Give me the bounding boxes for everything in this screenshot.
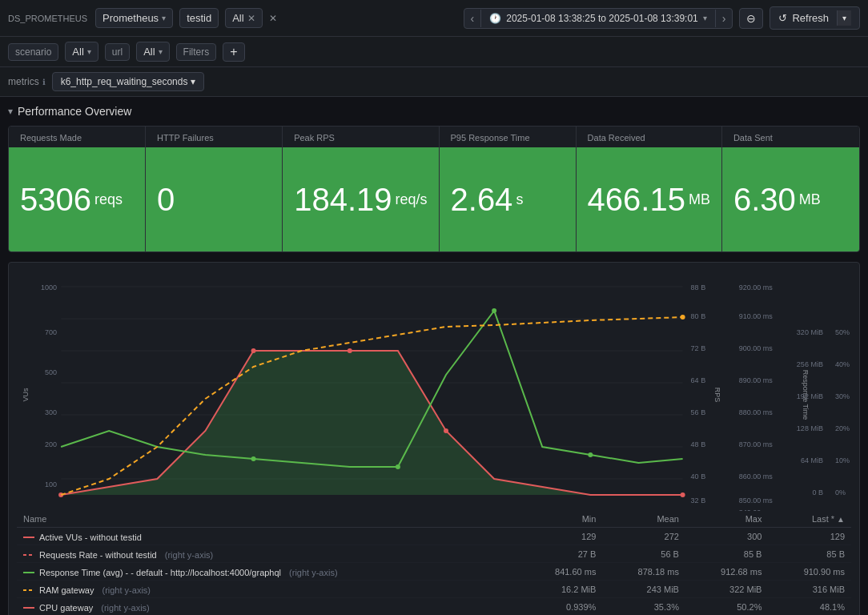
- add-filter-button[interactable]: +: [223, 42, 244, 62]
- time-next-button[interactable]: ›: [716, 9, 733, 28]
- series-name: Active VUs - without testid: [39, 533, 142, 542]
- col-last-header[interactable]: Last * ▲: [768, 511, 851, 528]
- refresh-button[interactable]: ↺ Refresh ▾: [770, 6, 860, 30]
- scenario-caret-icon: ▾: [87, 47, 91, 56]
- stat-unit: MB: [689, 191, 710, 208]
- series-max: 85 B: [685, 545, 769, 563]
- svg-text:88 B: 88 B: [691, 283, 706, 291]
- stat-card-label: P95 Response Time: [451, 133, 565, 143]
- series-last: 910.90 ms: [768, 563, 851, 581]
- svg-point-48: [251, 348, 256, 353]
- stat-card-body: 184.19 req/s: [283, 147, 438, 251]
- series-min: 129: [520, 528, 603, 545]
- refresh-icon: ↺: [778, 12, 787, 24]
- col-name-header: Name: [17, 511, 520, 528]
- stat-card-body: 5306 reqs: [9, 147, 145, 251]
- all-tag-close-icon[interactable]: ✕: [247, 13, 255, 24]
- svg-text:56 B: 56 B: [691, 408, 706, 416]
- col-mean-header: Mean: [602, 511, 685, 528]
- series-color-indicator: [23, 537, 34, 538]
- stat-card-body: 0: [146, 147, 282, 251]
- svg-text:850.00 ms: 850.00 ms: [739, 496, 774, 504]
- stat-card: Data Sent 6.30 MB: [722, 127, 859, 251]
- series-name: Requests Rate - without testid: [39, 550, 157, 560]
- stat-card: P95 Response Time 2.64 s: [440, 127, 577, 251]
- time-nav: ‹ 🕐 2025-01-08 13:38:25 to 2025-01-08 13…: [464, 8, 733, 29]
- series-name-cell: CPU gateway (right y-axis): [17, 598, 520, 616]
- series-mean: 878.18 ms: [602, 563, 685, 581]
- series-mean: 243 MiB: [602, 581, 685, 598]
- stat-card-body: 6.30 MB: [722, 147, 859, 251]
- series-last: 48.1%: [768, 598, 851, 616]
- refresh-caret-icon[interactable]: ▾: [837, 10, 851, 26]
- svg-text:300: 300: [45, 408, 57, 416]
- top-bar: DS_PROMETHEUS Prometheus ▾ testid All ✕ …: [0, 0, 868, 37]
- stat-card: Peak RPS 184.19 req/s: [283, 127, 439, 251]
- svg-text:890.00 ms: 890.00 ms: [739, 376, 774, 384]
- stat-cards: Requests Made 5306 reqs HTTP Failures 0 …: [8, 126, 860, 252]
- series-last: 316 MiB: [768, 581, 851, 598]
- all-tag: All ✕: [225, 8, 262, 28]
- series-name-cell: Response Time (avg) - - default - http:/…: [17, 563, 520, 581]
- time-display: 🕐 2025-01-08 13:38:25 to 2025-01-08 13:3…: [480, 10, 716, 27]
- sort-icon: ▲: [837, 515, 845, 524]
- svg-point-54: [492, 308, 496, 313]
- metrics-bar: metrics ℹ k6_http_req_waiting_seconds ▾: [0, 67, 868, 97]
- svg-text:30%: 30%: [835, 392, 850, 400]
- metrics-info-icon: ℹ: [42, 78, 46, 86]
- svg-text:48 B: 48 B: [691, 440, 706, 448]
- stat-unit: reqs: [94, 191, 123, 208]
- stat-card: Data Received 466.15 MB: [577, 127, 722, 251]
- extra-close-icon[interactable]: ✕: [269, 13, 277, 24]
- series-last: 85 B: [768, 545, 851, 563]
- main-content: ▾ Performance Overview Requests Made 530…: [0, 97, 868, 615]
- series-name: RAM gateway: [39, 585, 94, 595]
- scenario-dropdown[interactable]: All ▾: [65, 42, 98, 62]
- stat-card-label: Data Sent: [733, 133, 848, 143]
- stat-unit: MB: [799, 191, 821, 208]
- stat-unit: req/s: [395, 191, 427, 208]
- stat-card-body: 466.15 MB: [577, 147, 721, 251]
- svg-text:64 MiB: 64 MiB: [801, 456, 823, 464]
- chart-container: 1000 700 500 300 200 100 VUs 88 B 80 B 7…: [8, 262, 860, 615]
- series-name-cell: Requests Rate - without testid (right y-…: [17, 545, 520, 563]
- url-dropdown[interactable]: All ▾: [136, 42, 169, 62]
- series-min: 27 B: [520, 545, 603, 563]
- series-mean: 35.3%: [602, 598, 685, 616]
- zoom-out-button[interactable]: ⊖: [739, 8, 763, 29]
- url-caret-icon: ▾: [159, 47, 163, 56]
- svg-text:128 MiB: 128 MiB: [797, 424, 823, 432]
- svg-text:50%: 50%: [835, 328, 850, 336]
- col-min-header: Min: [520, 511, 603, 528]
- series-max: 912.68 ms: [685, 563, 769, 581]
- stat-card-label: Peak RPS: [294, 133, 427, 143]
- series-suffix: (right y-axis): [102, 585, 151, 595]
- series-color-indicator: [23, 607, 34, 609]
- ds-label: DS_PROMETHEUS: [8, 14, 87, 23]
- filters-label: Filters: [176, 43, 217, 61]
- stat-card-label: Requests Made: [20, 133, 134, 143]
- metrics-select[interactable]: k6_http_req_waiting_seconds ▾: [52, 72, 205, 91]
- time-prev-button[interactable]: ‹: [464, 9, 481, 28]
- series-min: 16.2 MiB: [520, 581, 603, 598]
- svg-text:RPS: RPS: [713, 388, 721, 402]
- svg-text:700: 700: [45, 328, 57, 336]
- stat-card-label: HTTP Failures: [157, 133, 271, 143]
- series-name-cell: Active VUs - without testid: [17, 528, 520, 545]
- stat-value: 5306: [20, 183, 91, 215]
- series-color-indicator: [23, 554, 34, 556]
- url-label: url: [105, 43, 130, 61]
- svg-text:910.00 ms: 910.00 ms: [739, 312, 774, 320]
- svg-text:860.00 ms: 860.00 ms: [739, 472, 774, 480]
- svg-text:200: 200: [45, 440, 57, 448]
- svg-text:32 B: 32 B: [691, 496, 706, 504]
- datasource-dropdown[interactable]: Prometheus ▾: [95, 8, 173, 28]
- main-chart: 1000 700 500 300 200 100 VUs 88 B 80 B 7…: [17, 271, 851, 511]
- series-max: 300: [685, 528, 769, 545]
- stat-card-label: Data Received: [588, 133, 710, 143]
- series-color-indicator: [23, 589, 34, 591]
- chart-area: 1000 700 500 300 200 100 VUs 88 B 80 B 7…: [17, 271, 851, 511]
- section-header[interactable]: ▾ Performance Overview: [8, 105, 860, 118]
- table-row: Response Time (avg) - - default - http:/…: [17, 563, 851, 581]
- svg-text:64 B: 64 B: [691, 376, 706, 384]
